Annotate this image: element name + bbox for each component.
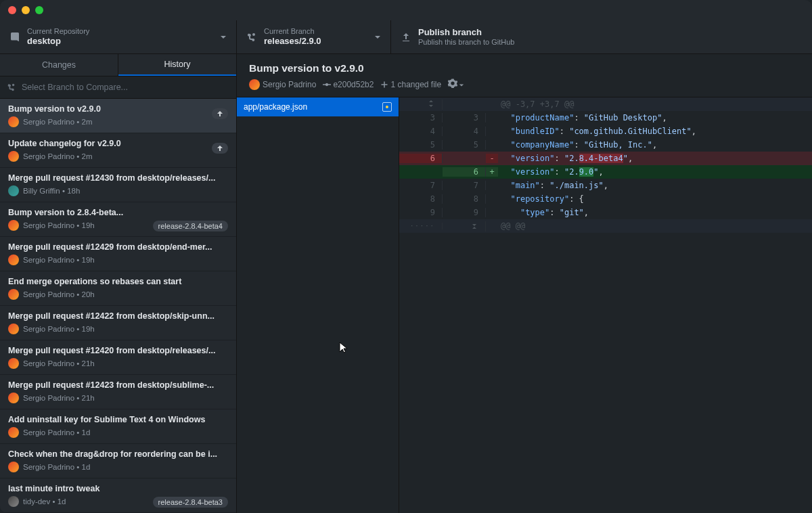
diff-code: @@ -3,7 +3,7 @@ <box>498 99 812 109</box>
repo-value: desktop <box>27 36 89 47</box>
commit-title: Add uninstall key for Sublime Text 4 on … <box>8 415 218 424</box>
avatar <box>8 324 19 334</box>
commit-item[interactable]: Merge pull request #12420 from desktop/r… <box>0 340 236 375</box>
commit-author: Sergio Padrino <box>23 256 74 264</box>
commit-time: 20h <box>82 290 95 298</box>
commit-time: 21h <box>82 394 95 402</box>
repo-label: Current Repository <box>27 27 89 36</box>
file-item[interactable]: app/package.json <box>237 97 399 116</box>
commit-item[interactable]: last minute intro tweaktidy-dev • 1drele… <box>0 478 236 513</box>
commit-item[interactable]: Add uninstall key for Sublime Text 4 on … <box>0 409 236 444</box>
commit-time: 19h <box>82 325 95 333</box>
commit-title: Bump version to v2.9.0 <box>249 62 800 74</box>
chevron-down-icon <box>459 83 464 88</box>
old-line-no: 4 <box>399 127 443 136</box>
new-line-no: 8 <box>443 194 486 204</box>
diff-code: "companyName": "GitHub, Inc.", <box>498 140 812 150</box>
changed-files-count: 1 changed file <box>380 80 441 89</box>
commit-author: Sergio Padrino <box>23 325 74 333</box>
diff-line: ·····@@ @@ <box>399 219 812 233</box>
release-tag-badge: release-2.8.4-beta4 <box>153 221 228 231</box>
git-branch-icon <box>246 32 257 43</box>
old-line-no: 5 <box>399 140 443 150</box>
commit-time: 1d <box>58 497 66 506</box>
diff-view[interactable]: @@ -3,7 +3,7 @@33 "productName": "GitHub… <box>399 97 812 513</box>
close-window-button[interactable] <box>8 6 16 14</box>
commit-author: Sergio Padrino <box>23 428 74 437</box>
commit-item[interactable]: Merge pull request #12423 from desktop/s… <box>0 375 236 409</box>
compare-branch-input[interactable] <box>22 83 229 92</box>
commit-time: 21h <box>82 359 95 367</box>
current-branch-button[interactable]: Current Branch releases/2.9.0 <box>237 20 391 53</box>
diff-line: 55 "companyName": "GitHub, Inc.", <box>399 138 812 152</box>
maximize-window-button[interactable] <box>35 6 43 14</box>
diff-icon <box>380 81 388 89</box>
current-repository-button[interactable]: Current Repository desktop <box>0 20 237 53</box>
avatar <box>8 496 19 507</box>
avatar <box>8 427 19 438</box>
old-line-no <box>399 99 443 110</box>
compare-branch-field[interactable] <box>0 76 236 99</box>
commit-author: Sergio Padrino <box>249 79 316 90</box>
unpushed-indicator-icon <box>212 143 228 154</box>
chevron-down-icon <box>220 34 227 41</box>
commit-list[interactable]: Bump version to v2.9.0Sergio Padrino • 2… <box>0 99 236 513</box>
diff-code: "version": "2.8.4-beta4", <box>498 154 812 163</box>
unpushed-indicator-icon <box>212 108 228 119</box>
minimize-window-button[interactable] <box>22 6 30 14</box>
diff-code: "productName": "GitHub Desktop", <box>498 113 812 122</box>
commit-item[interactable]: Merge pull request #12422 from desktop/s… <box>0 306 236 340</box>
commit-title: last minute intro tweak <box>8 484 218 493</box>
diff-code: "type": "git", <box>498 208 812 217</box>
commit-author: Sergio Padrino <box>23 221 74 229</box>
diff-line: 88 "repository": { <box>399 192 812 206</box>
tab-history[interactable]: History <box>118 54 236 76</box>
new-line-no: 3 <box>443 113 486 122</box>
avatar <box>249 79 260 90</box>
publish-branch-button[interactable]: Publish branch Publish this branch to Gi… <box>391 20 812 53</box>
commit-item[interactable]: Update changelog for v2.9.0Sergio Padrin… <box>0 133 236 168</box>
old-line-no: 8 <box>399 194 443 204</box>
avatar <box>8 358 19 369</box>
branch-value: releases/2.9.0 <box>264 36 321 47</box>
sidebar: Changes History Bump version to v2.9.0Se… <box>0 54 237 513</box>
commit-sha[interactable]: e200d52b2 <box>323 80 374 89</box>
commit-item[interactable]: Bump version to v2.9.0Sergio Padrino • 2… <box>0 99 236 133</box>
diff-line: 99 "type": "git", <box>399 206 812 219</box>
diff-line: @@ -3,7 +3,7 @@ <box>399 97 812 111</box>
new-line-no: 7 <box>443 181 486 190</box>
changed-files-list: app/package.json <box>237 97 399 513</box>
new-line-no: 6 <box>443 167 486 177</box>
tab-changes[interactable]: Changes <box>0 54 118 76</box>
commit-item[interactable]: End merge operations so rebases can star… <box>0 271 236 306</box>
commit-item[interactable]: Merge pull request #12429 from desktop/e… <box>0 237 236 271</box>
commit-author: Sergio Padrino <box>23 394 74 402</box>
diff-settings-button[interactable] <box>448 79 464 90</box>
branch-label: Current Branch <box>264 27 321 36</box>
app-window: Current Repository desktop Current Branc… <box>0 0 812 513</box>
commit-author: Sergio Padrino <box>23 152 74 160</box>
commit-title: Update changelog for v2.9.0 <box>8 139 218 148</box>
avatar <box>8 185 19 196</box>
avatar <box>8 393 19 403</box>
git-branch-icon <box>7 83 16 92</box>
diff-line: 77 "main": "./main.js", <box>399 179 812 192</box>
gear-icon <box>448 79 457 88</box>
commit-item[interactable]: Bump version to 2.8.4-beta...Sergio Padr… <box>0 202 236 237</box>
commit-title: Bump version to 2.8.4-beta... <box>8 208 218 217</box>
avatar <box>8 220 19 231</box>
commit-time: 19h <box>82 256 95 264</box>
commit-title: Merge pull request #12430 from desktop/r… <box>8 173 218 183</box>
sidebar-tabs: Changes History <box>0 54 236 76</box>
upload-icon <box>401 32 411 43</box>
commit-title: Check when the drag&drop for reordering … <box>8 449 218 459</box>
commit-item[interactable]: Check when the drag&drop for reordering … <box>0 444 236 478</box>
git-commit-icon <box>323 81 331 89</box>
commit-item[interactable]: Merge pull request #12430 from desktop/r… <box>0 168 236 202</box>
avatar <box>8 289 19 300</box>
commit-time: 19h <box>82 221 95 229</box>
file-path: app/package.json <box>244 102 307 112</box>
diff-code: "bundleID": "com.github.GitHubClient", <box>498 127 812 136</box>
commit-title: Merge pull request #12420 from desktop/r… <box>8 346 218 355</box>
diff-panel: Bump version to v2.9.0 Sergio Padrino e2… <box>237 54 812 513</box>
